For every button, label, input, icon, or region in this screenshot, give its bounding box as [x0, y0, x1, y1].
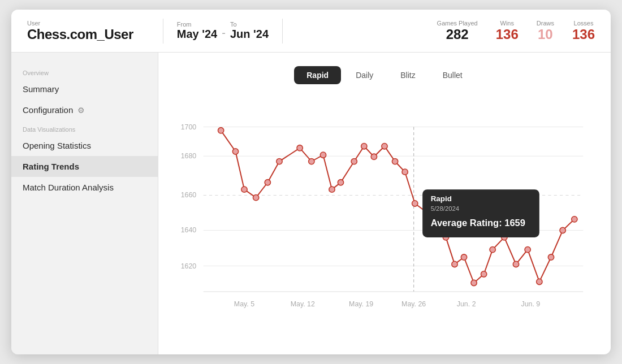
user-name: Chess.com_User: [27, 27, 133, 42]
sidebar: Overview Summary Configuration ⚙ Data Vi…: [11, 53, 158, 354]
date-range: From May '24 - To Jun '24: [177, 21, 269, 41]
svg-text:1640: 1640: [181, 226, 197, 234]
tab-rapid[interactable]: Rapid: [294, 66, 341, 84]
svg-text:Jun. 2: Jun. 2: [457, 300, 476, 308]
draws-label: Draws: [537, 20, 554, 27]
games-played-label: Games Played: [437, 20, 478, 27]
svg-point-22: [265, 180, 270, 185]
sidebar-item-opening-statistics[interactable]: Opening Statistics: [11, 135, 158, 156]
rating-chart: 1700 1680 1660 1640 1620: [174, 98, 595, 345]
sidebar-item-rating-trends[interactable]: Rating Trends: [11, 156, 158, 177]
svg-text:Jun. 9: Jun. 9: [521, 300, 540, 308]
to-section: To Jun '24: [230, 21, 269, 41]
losses-stat: Losses 136: [572, 20, 595, 42]
svg-point-24: [297, 145, 303, 151]
svg-point-30: [361, 144, 367, 149]
wins-label: Wins: [500, 20, 514, 27]
tab-blitz[interactable]: Blitz: [388, 66, 427, 84]
svg-point-50: [572, 216, 577, 222]
games-played-value: 282: [446, 27, 469, 42]
svg-point-25: [309, 158, 314, 164]
svg-point-43: [490, 246, 495, 252]
svg-point-48: [548, 254, 554, 260]
svg-point-34: [402, 169, 408, 175]
svg-text:Average Rating: 1659: Average Rating: 1659: [431, 218, 525, 228]
svg-point-31: [371, 154, 377, 159]
svg-text:1620: 1620: [181, 262, 197, 270]
svg-point-18: [218, 128, 224, 133]
svg-text:May. 26: May. 26: [401, 300, 426, 308]
svg-point-33: [392, 158, 398, 164]
header-stats: Games Played 282 Wins 136 Draws 10 Losse…: [437, 20, 595, 42]
to-label: To: [230, 21, 237, 28]
svg-text:May. 5: May. 5: [234, 300, 254, 308]
svg-point-35: [412, 201, 418, 206]
svg-point-28: [338, 180, 343, 185]
header: User Chess.com_User From May '24 - To Ju…: [11, 10, 611, 53]
to-value: Jun '24: [230, 28, 269, 41]
svg-point-49: [560, 227, 565, 233]
svg-point-39: [452, 261, 457, 267]
svg-point-23: [277, 158, 282, 164]
tab-bar: Rapid Daily Blitz Bullet: [174, 66, 595, 84]
main-content: Rapid Daily Blitz Bullet 1700 1680 1660 …: [158, 53, 611, 354]
sidebar-item-configuration[interactable]: Configuration ⚙: [11, 99, 158, 120]
header-divider-2: [282, 19, 283, 44]
svg-point-21: [253, 194, 259, 200]
svg-point-41: [471, 280, 477, 285]
svg-text:1680: 1680: [181, 152, 197, 160]
from-value: May '24: [177, 28, 217, 41]
sidebar-data-viz-label: Data Visualizations: [11, 120, 158, 135]
sidebar-item-configuration-label: Configuration: [23, 105, 73, 115]
draws-value: 10: [538, 27, 553, 42]
svg-point-45: [513, 261, 519, 267]
svg-point-20: [241, 187, 247, 192]
app-container: User Chess.com_User From May '24 - To Ju…: [11, 10, 611, 354]
chart-area: 1700 1680 1660 1640 1620: [174, 98, 595, 345]
body: Overview Summary Configuration ⚙ Data Vi…: [11, 53, 611, 354]
gear-icon: ⚙: [77, 106, 85, 115]
draws-stat: Draws 10: [537, 20, 554, 42]
header-divider-1: [163, 19, 163, 44]
svg-text:1700: 1700: [181, 123, 197, 131]
svg-text:May. 12: May. 12: [291, 300, 315, 308]
tab-bullet[interactable]: Bullet: [430, 66, 475, 84]
sidebar-item-match-duration-analysis-label: Match Duration Analysis: [23, 183, 114, 192]
sidebar-item-match-duration-analysis[interactable]: Match Duration Analysis: [11, 177, 158, 198]
svg-text:May. 19: May. 19: [349, 300, 373, 308]
svg-point-42: [481, 271, 487, 277]
losses-value: 136: [572, 27, 595, 42]
tab-daily[interactable]: Daily: [343, 66, 386, 84]
header-user-section: User Chess.com_User: [27, 20, 133, 42]
svg-point-32: [382, 144, 387, 149]
wins-value: 136: [496, 27, 519, 42]
svg-text:1660: 1660: [181, 191, 197, 199]
from-section: From May '24: [177, 21, 217, 41]
svg-point-26: [320, 152, 326, 158]
svg-point-40: [461, 254, 466, 260]
from-label: From: [177, 21, 192, 28]
wins-stat: Wins 136: [496, 20, 519, 42]
svg-point-46: [525, 246, 530, 252]
losses-label: Losses: [574, 20, 594, 27]
svg-point-29: [351, 158, 357, 164]
games-played-stat: Games Played 282: [437, 20, 478, 42]
date-dash: -: [222, 27, 226, 41]
sidebar-item-summary[interactable]: Summary: [11, 79, 158, 99]
sidebar-item-rating-trends-label: Rating Trends: [23, 162, 79, 171]
sidebar-overview-label: Overview: [11, 64, 158, 79]
user-label: User: [27, 20, 133, 27]
sidebar-item-opening-statistics-label: Opening Statistics: [23, 141, 91, 150]
sidebar-item-summary-label: Summary: [23, 84, 59, 94]
svg-point-27: [329, 187, 335, 192]
svg-text:Rapid: Rapid: [431, 194, 452, 203]
svg-point-19: [232, 149, 238, 154]
svg-text:5/28/2024: 5/28/2024: [431, 205, 460, 212]
svg-point-47: [537, 279, 542, 284]
